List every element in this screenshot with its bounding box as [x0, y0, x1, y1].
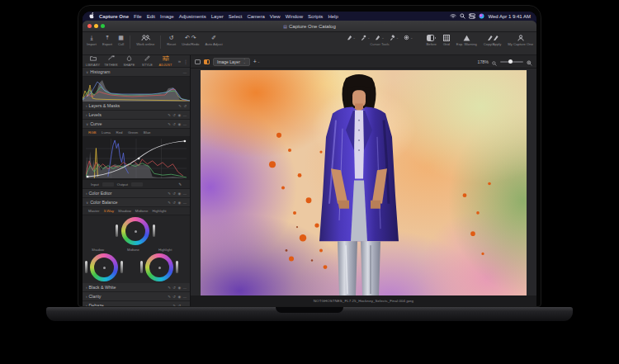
apple-menu-icon[interactable] [88, 12, 94, 20]
curve-output-value[interactable] [131, 182, 143, 187]
brush-icon[interactable]: ✎ [168, 122, 171, 126]
cb-tab-master[interactable]: Master [88, 209, 99, 213]
zoom-slider[interactable] [500, 61, 523, 63]
layers-masks-panel-header[interactable]: › Layers & Masks ✎ ↺ [83, 102, 190, 111]
panel-menu-icon[interactable]: — [183, 122, 187, 126]
tab-style[interactable]: STYLE [139, 55, 156, 67]
control-center-icon[interactable] [469, 13, 475, 19]
shadow-saturation-slider[interactable] [85, 261, 87, 273]
shadow-color-wheel[interactable] [90, 253, 118, 281]
brush-icon[interactable]: ✎ [168, 201, 171, 205]
reset-panel-icon[interactable]: ↺ [178, 304, 182, 307]
erase-mask-tool-button[interactable]: ⌄ [390, 35, 399, 40]
pick-color-tool-button[interactable]: ⌄ [361, 35, 370, 40]
menu-item-image[interactable]: Image [160, 14, 174, 19]
photo-preview[interactable] [201, 70, 527, 295]
histogram-panel-header[interactable]: ∨ Histogram — [83, 68, 190, 77]
add-layer-button[interactable]: + ⌄ [253, 59, 260, 64]
cb-tab-midtone[interactable]: Midtone [135, 209, 149, 213]
cb-tab-shadow[interactable]: Shadow [118, 209, 131, 213]
tab-shape[interactable]: SHAPE [120, 55, 138, 67]
panel-menu-icon[interactable]: — [183, 191, 187, 196]
curve-tab-rgb[interactable]: RGB [88, 130, 97, 135]
highlight-lightness-slider[interactable] [176, 261, 178, 273]
brush-icon[interactable]: ✎ [178, 104, 182, 108]
brush-icon[interactable]: ✎ [168, 113, 171, 117]
panel-menu-icon[interactable]: — [183, 70, 187, 74]
menu-item-adjustments[interactable]: Adjustments [179, 14, 206, 19]
menu-bar-clock[interactable]: Wed Apr 1 9:41 AM [488, 14, 531, 19]
menu-item-scripts[interactable]: Scripts [308, 14, 323, 19]
brush-icon[interactable]: ✎ [168, 295, 171, 299]
menu-item-edit[interactable]: Edit [147, 14, 155, 19]
highlight-color-wheel[interactable] [145, 253, 173, 281]
midtone-lightness-slider[interactable] [153, 225, 155, 237]
curve-tab-blue[interactable]: Blue [144, 130, 151, 135]
shadow-lightness-slider[interactable] [120, 261, 123, 273]
copy-apply-buttons[interactable]: Copy/Apply [484, 35, 501, 46]
curve-tab-luma[interactable]: Luma [102, 130, 111, 135]
panel-menu-icon[interactable]: — [183, 295, 187, 299]
color-balance-panel-header[interactable]: ∨ Color Balance ✎ ↺ ◉ — [83, 198, 190, 207]
menu-item-camera[interactable]: Camera [247, 14, 264, 19]
tab-adjust[interactable]: ADJUST [157, 55, 174, 67]
my-capture-one-button[interactable]: My Capture One [508, 35, 533, 46]
undo-redo-buttons[interactable]: ↶ ↷ Undo/Redo [182, 35, 199, 46]
panel-menu-icon[interactable]: — [183, 201, 187, 205]
tab-overflow-menu-icon[interactable]: ⋮ [183, 59, 188, 64]
cull-button[interactable]: ▦ Cull [118, 35, 124, 46]
image-filename[interactable]: NOTGHOSTNES_FL7.25_Hockney_Selects_Final… [314, 299, 413, 303]
reset-button[interactable]: ↺ Reset [167, 35, 176, 46]
curve-point-picker-icon[interactable]: ✎ [178, 182, 182, 187]
menu-item-window[interactable]: Window [286, 14, 303, 19]
menu-item-layer[interactable]: Layer [211, 14, 224, 19]
reset-panel-icon[interactable]: ↺ [172, 113, 176, 117]
layer-selector-dropdown[interactable]: Image Layer ⌃⌄ [213, 58, 250, 66]
panel-menu-icon[interactable]: — [183, 304, 187, 307]
preset-icon[interactable]: ◉ [177, 191, 181, 196]
menu-item-help[interactable]: Help [328, 14, 338, 19]
black-white-panel-header[interactable]: › Black & White ✎ ↺ ◉ — [83, 283, 190, 292]
search-icon[interactable] [460, 13, 465, 19]
cb-tab-3way[interactable]: 3-Way [103, 209, 114, 213]
compare-view-icon[interactable] [195, 59, 201, 64]
reset-panel-icon[interactable]: ↺ [172, 286, 176, 290]
grid-button[interactable]: Grid [443, 35, 450, 46]
zoom-to-fit-icon[interactable] [527, 54, 532, 69]
zoom-slider-handle[interactable] [508, 59, 513, 64]
reset-panel-icon[interactable]: ↺ [172, 201, 176, 205]
curve-chart[interactable] [83, 137, 190, 180]
preset-icon[interactable]: ◉ [177, 122, 181, 126]
curve-input-value[interactable] [102, 182, 114, 187]
dehaze-panel-header[interactable]: › Dehaze ✎ ↺ — [83, 301, 190, 306]
tab-tether[interactable]: TETHER [102, 55, 120, 67]
preset-icon[interactable]: ◉ [177, 286, 181, 290]
menu-item-capture-one[interactable]: Capture One [99, 14, 129, 19]
proof-profile-icon[interactable] [204, 59, 210, 64]
heal-tool-button[interactable]: ⌄ [404, 35, 413, 40]
import-button[interactable]: ⤓ Import [87, 35, 97, 46]
auto-adjust-button[interactable]: ✐ Auto Adjust [205, 35, 222, 46]
color-editor-panel-header[interactable]: › Color Editor ✎ ↺ ◉ — [83, 189, 190, 198]
zoom-level-value[interactable]: 178% [477, 59, 489, 64]
cb-tab-highlight[interactable]: Highlight [152, 209, 166, 213]
export-button[interactable]: ⤒ Export [102, 35, 112, 46]
clarity-panel-header[interactable]: › Clarity ✎ ↺ ◉ — [83, 292, 190, 301]
pan-tool-button[interactable]: ⌄ [347, 35, 356, 40]
tab-library[interactable]: LIBRARY [84, 55, 102, 67]
exposure-warning-button[interactable]: Exp. Warning [456, 35, 477, 46]
work-online-button[interactable]: Work online [136, 35, 154, 46]
reset-panel-icon[interactable]: ↺ [172, 191, 176, 196]
menu-item-select[interactable]: Select [229, 14, 243, 19]
brush-icon[interactable]: ✎ [168, 286, 171, 290]
preset-icon[interactable]: ◉ [177, 295, 181, 299]
levels-panel-header[interactable]: › Levels ✎ ↺ ◉ — [83, 111, 190, 120]
curve-tab-green[interactable]: Green [128, 130, 138, 135]
expand-tabs-icon[interactable]: » [178, 59, 181, 64]
panel-menu-icon[interactable]: — [183, 113, 187, 117]
midtone-saturation-slider[interactable] [116, 225, 118, 237]
midtone-color-wheel[interactable] [121, 217, 149, 245]
brush-icon[interactable]: ✎ [168, 191, 171, 196]
siri-icon[interactable] [479, 13, 484, 19]
menu-item-file[interactable]: File [134, 14, 142, 19]
